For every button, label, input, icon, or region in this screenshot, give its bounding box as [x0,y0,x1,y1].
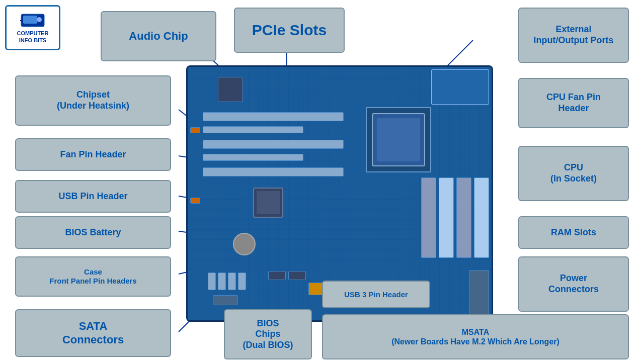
bios-battery-label: BIOS Battery [15,216,171,249]
ram-slots-label: RAM Slots [518,216,629,249]
power-connector-comp [469,270,489,315]
front-panel-comp [213,295,238,305]
ram-slot-3 [439,177,454,258]
svg-rect-17 [23,16,37,24]
chipset-heatsink [253,188,283,218]
audio-chip-comp [218,77,243,102]
cpu-socket [366,107,431,172]
cpu-fan-label: CPU Fan Pin Header [518,78,629,128]
pcie-slot-4 [203,154,303,161]
bios-chip-comp-2 [288,271,306,280]
logo-text: COMPUTER INFO BITS [17,30,49,43]
sata-label: SATA Connectors [15,309,171,357]
bios-chip-comp-1 [268,271,286,280]
cpu-label: CPU (In Socket) [518,146,629,201]
io-shield [431,69,489,105]
msata-label: MSATA (Newer Boards Have M.2 Which Are L… [322,314,629,359]
external-io-label: External Input/Output Ports [518,8,629,63]
usb-pin-label: USB Pin Header [15,180,171,213]
sata-connectors [208,273,246,290]
chipset-label: Chipset (Under Heatsink) [15,75,171,126]
logo-icon [20,12,45,29]
fan-pin-label: Fan Pin Header [15,138,171,171]
ram-slot-4 [421,177,436,258]
pcie-slot-5 [203,167,344,176]
ram-slot-2 [456,177,471,258]
pcie-slot-1 [203,112,344,121]
bios-battery-comp [233,233,256,255]
ram-slot-1 [474,177,489,258]
usb3-label: USB 3 Pin Header [322,281,430,308]
case-front-label: Case Front Panel Pin Headers [15,256,171,297]
bios-chips-label: BIOS Chips (Dual BIOS) [224,309,312,359]
usb-pin-header-comp [190,198,200,204]
svg-point-18 [37,17,42,22]
pcie-slot-3 [203,140,344,149]
logo: COMPUTER INFO BITS [5,5,60,50]
power-connectors-label: Power Connectors [518,256,629,312]
pcie-slot-2 [203,126,303,133]
fan-header-comp [190,127,200,133]
audio-chip-label: Audio Chip [101,11,216,61]
pcie-slots-label: PCIe Slots [234,8,345,53]
